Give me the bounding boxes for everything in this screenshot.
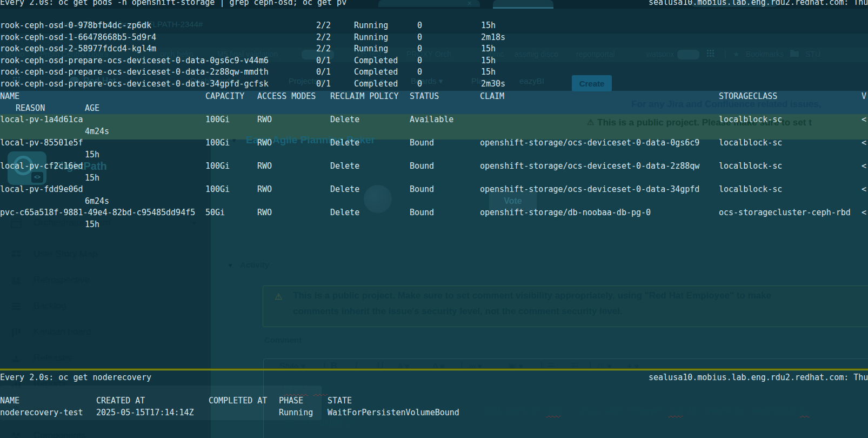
pv-header-cell: RECLAIM POLICY: [330, 92, 398, 101]
watch-host-bottom: sealusa10.mobius.lab.eng.rdu2.redhat.com…: [649, 373, 868, 382]
pv-cell: pvc-c65a518f-9881-49e4-82bd-c95485dd94f5: [0, 208, 195, 217]
pv-cell: local-pv-1a4d61ca: [0, 115, 83, 124]
pv-cell: ocs-storagecluster-ceph-rbd: [719, 208, 851, 217]
noderecovery-header-cell: CREATED AT: [96, 396, 145, 406]
pod-cell: 0: [417, 56, 422, 65]
noderecovery-cell: noderecovery-test: [0, 408, 83, 417]
pod-cell: rook-ceph-osd-prepare-ocs-deviceset-0-da…: [0, 68, 269, 77]
pv-age-cell: 4m24s: [85, 127, 109, 136]
pv-cell: local-pv-85501e5f: [0, 138, 83, 148]
pv-cell: localblock-sc: [719, 162, 782, 171]
pv-cell: localblock-sc: [719, 138, 782, 148]
watch-command-top: Every 2.0s: oc get pods -n openshift-sto…: [0, 0, 346, 7]
pod-cell: 15h: [481, 68, 496, 77]
pv-cell: Bound: [410, 138, 434, 148]
noderecovery-header-cell: STATE: [328, 396, 352, 406]
pv-cell: localblock-sc: [719, 115, 782, 124]
pv-cell: 100Gi: [205, 138, 230, 148]
pv-header-cell: ACCESS MODES: [257, 92, 316, 101]
pv-header-cell: V: [862, 92, 866, 101]
pv-cell: Delete: [330, 208, 359, 217]
pv-cell: openshift-storage/ocs-deviceset-0-data-3…: [480, 185, 699, 194]
pv-cell: RWO: [257, 208, 272, 217]
pv-cell: Delete: [330, 138, 359, 148]
pv-cell: 100Gi: [205, 115, 230, 124]
pod-cell: 0: [417, 79, 422, 89]
noderecovery-header-cell: NAME: [0, 396, 19, 406]
pod-cell: 15h: [481, 21, 496, 30]
pv-cell: Delete: [330, 115, 359, 124]
pod-cell: 2m30s: [481, 79, 505, 89]
pod-cell: Running: [354, 33, 388, 42]
pv-cell: RWO: [257, 115, 272, 124]
pod-cell: 0: [417, 33, 422, 42]
pv-header-cell: STATUS: [410, 92, 439, 101]
pod-cell: 0/1: [316, 79, 331, 89]
pod-cell: 2/2: [316, 44, 331, 54]
watch-command-bottom: Every 2.0s: oc get noderecovery: [0, 373, 151, 382]
pv-header-cell: NAME: [0, 92, 19, 101]
pod-cell: Completed: [354, 79, 398, 89]
pod-cell: rook-ceph-osd-prepare-ocs-deviceset-0-da…: [0, 56, 269, 65]
pv-header-cell: CAPACITY: [205, 92, 244, 101]
pv-cell: RWO: [257, 138, 272, 148]
pv-cell: Available: [410, 115, 453, 124]
pv-cell: openshift-storage/ocs-deviceset-0-data-2…: [480, 162, 699, 171]
pv-cell: localblock-sc: [719, 185, 782, 194]
pv-cell: <: [862, 138, 866, 148]
noderecovery-cell: Running: [279, 408, 313, 417]
pv-cell: Delete: [330, 162, 359, 171]
pv-cell: Bound: [410, 208, 434, 217]
pod-cell: 0/1: [316, 68, 331, 77]
pod-cell: 0: [417, 44, 422, 54]
pod-cell: 15h: [481, 56, 496, 65]
pv-cell: RWO: [257, 185, 272, 194]
noderecovery-cell: WaitForPersistenVolumeBound: [328, 408, 459, 417]
pod-cell: rook-ceph-osd-2-58977fdcd4-kgl4m: [0, 44, 156, 54]
pod-cell: 15h: [481, 44, 496, 54]
pod-cell: rook-ceph-osd-prepare-ocs-deviceset-0-da…: [0, 79, 269, 89]
pod-cell: 0: [417, 68, 422, 77]
pv-cell: Delete: [330, 185, 359, 194]
pv-age-cell: 15h: [85, 150, 99, 160]
pv-cell: openshift-storage/ocs-deviceset-0-data-0…: [480, 138, 699, 148]
pv-age-cell: 15h: [85, 220, 99, 229]
pv-age-cell: 15h: [85, 174, 99, 183]
pod-cell: Completed: [354, 68, 398, 77]
pod-cell: 0: [417, 21, 422, 30]
pv-cell: 100Gi: [205, 185, 230, 194]
pod-cell: rook-ceph-osd-0-978bfb4dc-zp6dk: [0, 21, 151, 30]
pod-cell: 0/1: [316, 56, 331, 65]
pv-cell: local-pv-fdd9e06d: [0, 185, 83, 194]
noderecovery-cell: 2025-05-15T17:14:14Z: [96, 408, 194, 417]
pod-cell: Completed: [354, 56, 398, 65]
pv-cell: Bound: [410, 162, 434, 171]
pv-header-cell: AGE: [85, 104, 99, 113]
pv-cell: 50Gi: [205, 208, 225, 217]
watch-host-top: sealusa10.mobius.lab.eng.rdu2.redhat.com…: [649, 0, 868, 7]
pv-cell: RWO: [257, 162, 272, 171]
pod-cell: Running: [354, 21, 388, 30]
pv-cell: local-pv-cf2c16ed: [0, 162, 83, 171]
noderecovery-header-cell: PHASE: [279, 396, 303, 406]
pod-cell: Running: [354, 44, 388, 54]
pv-cell: Bound: [410, 185, 434, 194]
pv-header-cell: CLAIM: [480, 92, 504, 101]
pv-header-cell: STORAGECLASS: [719, 92, 777, 101]
pv-header-cell: REASON: [16, 104, 45, 113]
pv-cell: 100Gi: [205, 162, 230, 171]
pv-cell: <: [862, 115, 866, 124]
pv-cell: <: [862, 162, 866, 171]
pv-age-cell: 6m24s: [85, 197, 109, 206]
pv-cell: openshift-storage/db-noobaa-db-pg-0: [480, 208, 651, 217]
pod-cell: rook-ceph-osd-1-66478668b5-5d9r4: [0, 33, 156, 42]
pod-cell: 2/2: [316, 33, 331, 42]
pv-cell: <: [862, 208, 866, 217]
screen: ✕ issues.redhat.com/browse/FLPATH-2344# …: [0, 0, 868, 438]
pod-cell: 2/2: [316, 21, 331, 30]
pod-cell: 2m18s: [481, 33, 505, 42]
pv-cell: <: [862, 185, 866, 194]
noderecovery-header-cell: COMPLETED AT: [209, 396, 267, 406]
